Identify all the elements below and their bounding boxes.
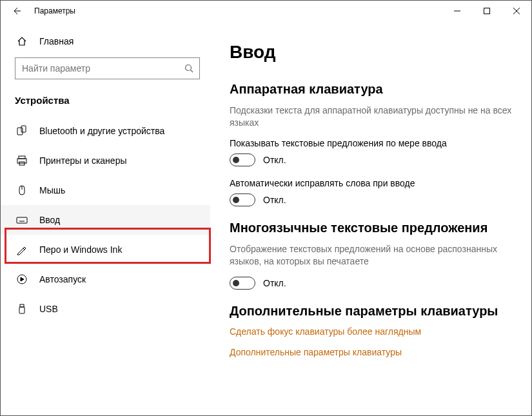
svg-rect-13 xyxy=(17,217,27,223)
show-suggestions-toggle[interactable] xyxy=(230,154,255,166)
toggle-state-label: Откл. xyxy=(263,195,286,205)
sidebar-item-label: Автозапуск xyxy=(39,274,86,284)
svg-rect-8 xyxy=(19,156,25,159)
svg-marker-21 xyxy=(21,277,24,281)
sidebar-item-bluetooth[interactable]: Bluetooth и другие устройства xyxy=(1,116,210,146)
svg-rect-23 xyxy=(19,307,25,313)
close-button[interactable] xyxy=(502,1,531,21)
svg-rect-7 xyxy=(21,126,26,132)
show-suggestions-toggle-row: Откл. xyxy=(230,154,512,166)
search-box xyxy=(15,57,200,79)
home-nav[interactable]: Главная xyxy=(1,29,210,55)
sidebar-item-pen[interactable]: Перо и Windows Ink xyxy=(1,235,210,264)
autocorrect-toggle-row: Откл. xyxy=(230,193,512,206)
show-suggestions-label: Показывать текстовые предложения по мере… xyxy=(230,138,512,148)
sidebar-item-typing[interactable]: Ввод xyxy=(1,205,210,235)
search-icon xyxy=(184,64,193,73)
sidebar-item-autoplay[interactable]: Автозапуск xyxy=(1,264,210,294)
toggle-knob xyxy=(233,280,239,286)
home-icon xyxy=(16,35,28,47)
home-label: Главная xyxy=(39,36,74,46)
multilingual-toggle-row: Откл. xyxy=(230,277,512,290)
sidebar-item-label: Ввод xyxy=(39,215,60,225)
svg-rect-6 xyxy=(17,128,23,135)
sidebar-item-label: Принтеры и сканеры xyxy=(39,155,126,166)
multilingual-toggle[interactable] xyxy=(230,277,255,290)
minimize-icon xyxy=(454,8,460,14)
svg-rect-22 xyxy=(20,304,24,307)
multilingual-desc: Отображение текстовых предложений на осн… xyxy=(230,243,512,268)
hardware-keyboard-heading: Аппаратная клавиатура xyxy=(230,82,512,97)
maximize-icon xyxy=(484,8,490,14)
maximize-button[interactable] xyxy=(472,1,502,21)
autoplay-icon xyxy=(16,273,28,285)
advanced-keyboard-link[interactable]: Дополнительные параметры клавиатуры xyxy=(230,347,512,357)
page-title: Ввод xyxy=(230,42,512,63)
back-button[interactable] xyxy=(6,1,26,21)
pen-icon xyxy=(16,244,28,255)
focus-visibility-link[interactable]: Сделать фокус клавиатуры более наглядным xyxy=(230,326,512,337)
main-panel: Ввод Аппаратная клавиатура Подсказки тек… xyxy=(210,21,531,415)
content-area: Главная Устройства Bluetooth и другие ус… xyxy=(1,21,531,415)
usb-icon xyxy=(16,303,28,315)
sidebar-item-label: USB xyxy=(39,304,58,314)
sidebar-item-label: Bluetooth и другие устройства xyxy=(39,126,164,136)
close-icon xyxy=(513,8,520,14)
sidebar-item-label: Мышь xyxy=(39,185,65,195)
minimize-button[interactable] xyxy=(442,1,472,21)
multilingual-heading: Многоязычные текстовые предложения xyxy=(230,221,512,235)
search-input[interactable] xyxy=(15,57,200,79)
arrow-left-icon xyxy=(11,6,21,16)
mouse-icon xyxy=(16,184,28,196)
keyboard-icon xyxy=(16,214,28,226)
window-controls xyxy=(442,1,531,21)
sidebar-item-mouse[interactable]: Мышь xyxy=(1,175,210,205)
category-heading: Устройства xyxy=(1,91,210,116)
svg-rect-9 xyxy=(17,159,26,163)
svg-point-4 xyxy=(186,65,192,71)
toggle-state-label: Откл. xyxy=(263,278,286,288)
toggle-knob xyxy=(233,157,239,163)
window-title: Параметры xyxy=(34,6,442,15)
sidebar-item-usb[interactable]: USB xyxy=(1,294,210,324)
svg-line-19 xyxy=(23,248,25,250)
toggle-state-label: Откл. xyxy=(263,155,286,165)
toggle-knob xyxy=(233,197,239,203)
autocorrect-toggle[interactable] xyxy=(230,193,255,206)
autocorrect-label: Автоматически исправлять слова при вводе xyxy=(230,178,512,188)
hardware-keyboard-desc: Подсказки текста для аппаратной клавиату… xyxy=(230,104,512,129)
svg-line-5 xyxy=(191,70,193,73)
sidebar-item-printers[interactable]: Принтеры и сканеры xyxy=(1,146,210,175)
advanced-keyboard-heading: Дополнительные параметры клавиатуры xyxy=(230,304,512,319)
titlebar: Параметры xyxy=(1,1,531,21)
bluetooth-devices-icon xyxy=(16,125,28,137)
sidebar: Главная Устройства Bluetooth и другие ус… xyxy=(1,21,210,415)
svg-rect-1 xyxy=(484,8,490,14)
sidebar-item-label: Перо и Windows Ink xyxy=(39,244,122,255)
printer-icon xyxy=(16,155,28,166)
